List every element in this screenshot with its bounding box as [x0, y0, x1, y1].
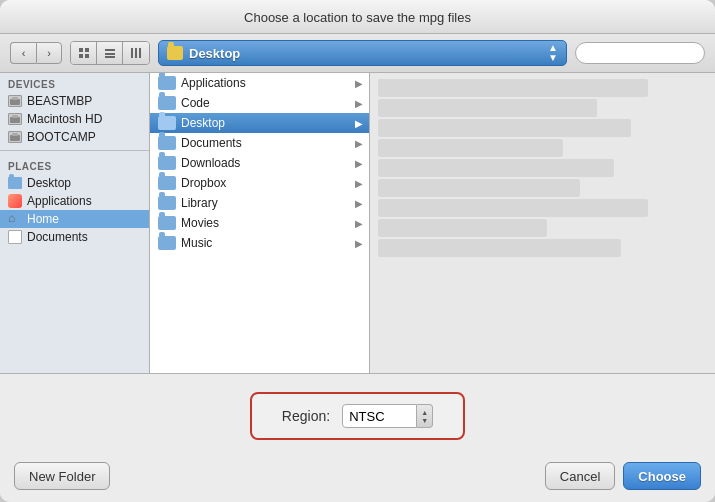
svg-rect-2 — [79, 54, 83, 58]
icon-view-button[interactable] — [71, 42, 97, 64]
svg-rect-1 — [85, 48, 89, 52]
sidebar-item-bootcamp[interactable]: BOOTCAMP — [0, 128, 149, 146]
cancel-button[interactable]: Cancel — [545, 462, 615, 490]
home-icon: ⌂ — [8, 212, 22, 226]
region-select: ▲ ▼ — [342, 404, 433, 428]
file-list-column: Applications ▶ Code ▶ Desktop ▶ Document… — [150, 73, 370, 373]
choose-button[interactable]: Choose — [623, 462, 701, 490]
places-header: PLACES — [0, 155, 149, 174]
file-item-applications[interactable]: Applications ▶ — [150, 73, 369, 93]
view-buttons — [70, 41, 150, 65]
devices-header: DEVICES — [0, 73, 149, 92]
svg-rect-8 — [135, 48, 137, 58]
region-stepper[interactable]: ▲ ▼ — [417, 404, 433, 428]
title-bar: Choose a location to save the mpg files — [0, 0, 715, 34]
region-input[interactable] — [342, 404, 417, 428]
file-item-movies[interactable]: Movies ▶ — [150, 213, 369, 233]
arrow-desktop: ▶ — [355, 118, 363, 129]
drive-icon-3 — [8, 131, 22, 143]
file-item-documents[interactable]: Documents ▶ — [150, 133, 369, 153]
folder-icon-music — [158, 236, 176, 250]
docs-icon — [8, 230, 22, 244]
file-label-music: Music — [181, 236, 212, 250]
sidebar-item-macintosh[interactable]: Macintosh HD — [0, 110, 149, 128]
region-area: Region: ▲ ▼ — [0, 374, 715, 454]
nav-buttons: ‹ › — [10, 42, 62, 64]
file-item-desktop[interactable]: Desktop ▶ — [150, 113, 369, 133]
folder-icon-desktop-list — [158, 116, 176, 130]
arrow-movies: ▶ — [355, 218, 363, 229]
sidebar-item-beastmbp[interactable]: BEASTMBP — [0, 92, 149, 110]
file-label-desktop: Desktop — [181, 116, 225, 130]
dropdown-arrows: ▲ ▼ — [548, 43, 558, 63]
svg-rect-7 — [131, 48, 133, 58]
folder-icon-code — [158, 96, 176, 110]
dialog-title: Choose a location to save the mpg files — [244, 10, 471, 25]
location-folder-icon — [167, 46, 183, 60]
sidebar-device-label-2: Macintosh HD — [27, 112, 102, 126]
search-wrapper: 🔍 — [575, 42, 705, 64]
region-label: Region: — [282, 408, 330, 424]
file-label-dropbox: Dropbox — [181, 176, 226, 190]
file-label-applications: Applications — [181, 76, 246, 90]
arrow-documents: ▶ — [355, 138, 363, 149]
location-text: Desktop — [189, 46, 542, 61]
sidebar-device-label: BEASTMBP — [27, 94, 92, 108]
sidebar-item-documents[interactable]: Documents — [0, 228, 149, 246]
location-dropdown[interactable]: Desktop ▲ ▼ — [158, 40, 567, 66]
folder-icon-downloads — [158, 156, 176, 170]
drive-icon-2 — [8, 113, 22, 125]
search-input[interactable] — [575, 42, 705, 64]
btn-right: Cancel Choose — [545, 462, 701, 490]
file-item-library[interactable]: Library ▶ — [150, 193, 369, 213]
save-dialog: Choose a location to save the mpg files … — [0, 0, 715, 502]
sidebar-place-applications: Applications — [27, 194, 92, 208]
list-view-button[interactable] — [97, 42, 123, 64]
folder-icon-library — [158, 196, 176, 210]
arrow-downloads: ▶ — [355, 158, 363, 169]
main-area: DEVICES BEASTMBP Macintosh HD BOOTCAMP — [0, 73, 715, 373]
sidebar-item-applications[interactable]: Applications — [0, 192, 149, 210]
svg-rect-4 — [105, 49, 115, 51]
arrow-applications: ▶ — [355, 78, 363, 89]
sidebar-device-label-3: BOOTCAMP — [27, 130, 96, 144]
toolbar: ‹ › — [0, 34, 715, 73]
sidebar-place-documents: Documents — [27, 230, 88, 244]
back-button[interactable]: ‹ — [10, 42, 36, 64]
sidebar-divider — [0, 150, 149, 151]
sidebar-item-desktop[interactable]: Desktop — [0, 174, 149, 192]
file-label-code: Code — [181, 96, 210, 110]
arrow-music: ▶ — [355, 238, 363, 249]
region-box: Region: ▲ ▼ — [250, 392, 465, 440]
svg-rect-13 — [12, 115, 18, 118]
sidebar-place-home: Home — [27, 212, 59, 226]
folder-icon-movies — [158, 216, 176, 230]
region-up-arrow: ▲ — [421, 409, 428, 416]
svg-rect-9 — [139, 48, 141, 58]
region-down-arrow: ▼ — [421, 417, 428, 424]
svg-rect-6 — [105, 56, 115, 58]
arrow-dropbox: ▶ — [355, 178, 363, 189]
svg-rect-11 — [12, 97, 18, 100]
file-label-movies: Movies — [181, 216, 219, 230]
column-view-button[interactable] — [123, 42, 149, 64]
folder-icon-documents — [158, 136, 176, 150]
bottom-section: Region: ▲ ▼ New Folder Cancel Choose — [0, 373, 715, 502]
file-item-code[interactable]: Code ▶ — [150, 93, 369, 113]
new-folder-button[interactable]: New Folder — [14, 462, 110, 490]
file-label-downloads: Downloads — [181, 156, 240, 170]
second-column — [370, 73, 715, 373]
drive-icon — [8, 95, 22, 107]
file-label-library: Library — [181, 196, 218, 210]
file-item-dropbox[interactable]: Dropbox ▶ — [150, 173, 369, 193]
folder-icon-applications — [158, 76, 176, 90]
app-icon — [8, 194, 22, 208]
folder-icon-desktop — [8, 177, 22, 189]
file-label-documents: Documents — [181, 136, 242, 150]
file-item-downloads[interactable]: Downloads ▶ — [150, 153, 369, 173]
forward-button[interactable]: › — [36, 42, 62, 64]
sidebar-item-home[interactable]: ⌂ Home — [0, 210, 149, 228]
file-item-music[interactable]: Music ▶ — [150, 233, 369, 253]
sidebar-place-desktop: Desktop — [27, 176, 71, 190]
svg-rect-3 — [85, 54, 89, 58]
